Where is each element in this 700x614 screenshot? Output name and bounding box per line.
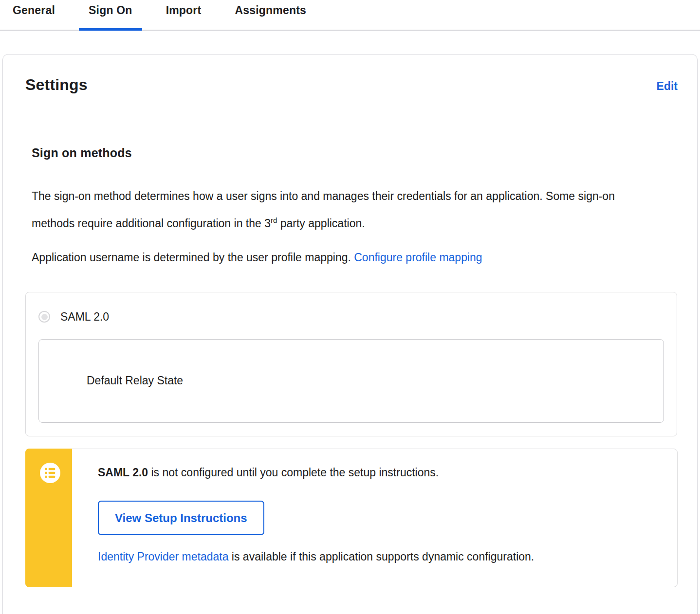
page-title: Settings [25, 76, 88, 94]
saml-method-box: SAML 2.0 Default Relay State [25, 292, 677, 436]
default-relay-state-box: Default Relay State [38, 339, 664, 423]
tab-label: Sign On [89, 4, 132, 17]
tab-label: General [13, 4, 55, 17]
settings-card-header: Settings Edit [25, 76, 678, 96]
metadata-line: Identity Provider metadata is available … [98, 550, 677, 563]
sign-on-methods-section: Sign on methods The sign-on method deter… [25, 146, 678, 270]
configure-profile-mapping-link[interactable]: Configure profile mapping [354, 251, 482, 264]
application-username-description: Application username is determined by th… [32, 246, 660, 270]
setup-warning-callout: SAML 2.0 is not configured until you com… [25, 449, 678, 587]
tab-import[interactable]: Import [156, 0, 211, 30]
tab-bar: General Sign On Import Assignments [0, 0, 700, 31]
metadata-text: is available if this application support… [228, 550, 534, 563]
callout-message-bold: SAML 2.0 [98, 466, 148, 479]
active-tab-underline [79, 28, 142, 31]
tab-label: Import [166, 4, 202, 17]
section-heading: Sign on methods [32, 146, 678, 160]
list-icon [40, 463, 60, 483]
settings-card: Settings Edit Sign on methods The sign-o… [2, 54, 698, 614]
identity-provider-metadata-link[interactable]: Identity Provider metadata [98, 550, 228, 563]
sign-on-method-description: The sign-on method determines how a user… [32, 184, 660, 235]
callout-body: SAML 2.0 is not configured until you com… [98, 449, 677, 563]
username-text: Application username is determined by th… [32, 251, 354, 264]
tab-label: Assignments [235, 4, 306, 17]
tab-general[interactable]: General [3, 0, 65, 30]
radio-dot [41, 314, 48, 320]
edit-link[interactable]: Edit [657, 80, 678, 93]
view-setup-instructions-button[interactable]: View Setup Instructions [98, 501, 264, 535]
callout-message-text: is not configured until you complete the… [148, 466, 439, 479]
default-relay-state-label: Default Relay State [87, 374, 183, 387]
tab-sign-on[interactable]: Sign On [79, 0, 142, 30]
description-text-end: party application. [277, 217, 365, 230]
tab-assignments[interactable]: Assignments [225, 0, 316, 30]
saml-radio-button[interactable] [38, 311, 50, 323]
saml-radio-label: SAML 2.0 [60, 310, 109, 324]
callout-message: SAML 2.0 is not configured until you com… [98, 466, 677, 479]
saml-radio-row: SAML 2.0 [38, 310, 664, 324]
ordinal-superscript: rd [271, 216, 277, 224]
